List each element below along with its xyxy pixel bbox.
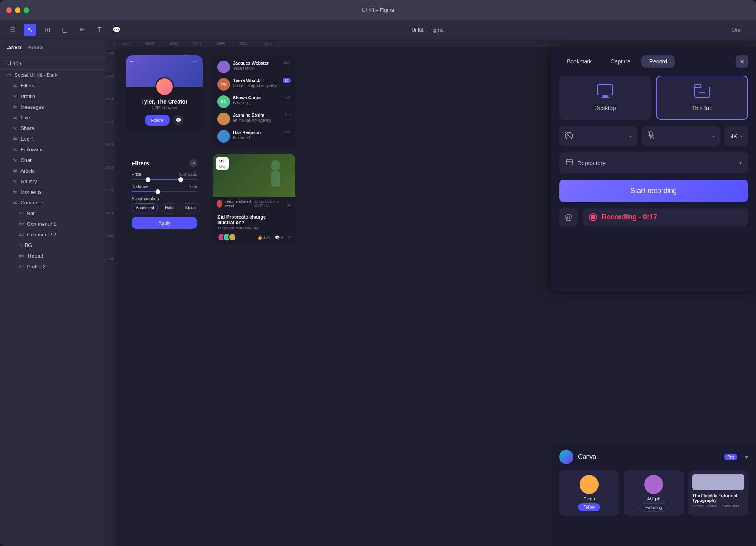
msg-header: Jacques Webster 11:A: [233, 61, 291, 65]
traffic-light-red[interactable]: [6, 7, 12, 13]
follow-button[interactable]: Follow: [145, 115, 170, 126]
window-title: Ui Kit – Figma: [362, 7, 394, 13]
canva-chevron-icon[interactable]: ▾: [745, 453, 748, 461]
sidebar-item-share[interactable]: ## Share: [0, 123, 106, 134]
sidebar-item-label: Profile: [20, 93, 35, 99]
slider-thumb[interactable]: [156, 189, 160, 194]
sidebar-item-label: Moments: [20, 189, 41, 195]
sidebar-item-bg[interactable]: □ BG: [0, 240, 106, 251]
message-button[interactable]: 💬: [173, 115, 184, 126]
layer-icon: ##: [13, 169, 17, 173]
sharer-avatar: [217, 200, 222, 208]
sidebar-tab-assets[interactable]: Assets: [28, 44, 43, 52]
sidebar-item-article[interactable]: ## Article: [0, 165, 106, 176]
tab-bookmark[interactable]: Bookmark: [559, 55, 600, 68]
sidebar-item-comment1[interactable]: ## Comment / 1: [0, 219, 106, 229]
traffic-light-yellow[interactable]: [15, 7, 20, 13]
sidebar-item-bar[interactable]: ## Bar: [0, 208, 106, 219]
price-label: Price $50-$125: [132, 172, 197, 176]
accomodation-filter: Accomodation Apartment Hotel Studio: [132, 196, 197, 212]
sidebar-item-profile2[interactable]: ## Profile 2: [0, 261, 106, 272]
sidebar-item-followers[interactable]: ## Followers: [0, 144, 106, 155]
mic-select[interactable]: ▾: [642, 126, 720, 146]
msg-header: Han Keepson 28 fe: [233, 130, 291, 135]
traffic-light-green[interactable]: [24, 7, 29, 13]
event-body: Did Procreate change illustration? 12 Ap…: [213, 210, 295, 245]
delete-recording-button[interactable]: [559, 208, 578, 227]
back-icon[interactable]: ←: [129, 58, 135, 65]
share-icon[interactable]: ↗: [287, 235, 291, 240]
ruler-mark: -2600: [209, 41, 232, 45]
sidebar-item-gallery[interactable]: ## Gallery: [0, 176, 106, 187]
canva-pro-badge: Pro: [724, 454, 737, 460]
message-item: SC Shawn Carter We Is typing...: [213, 93, 295, 110]
sidebar-item-label: Followers: [20, 147, 43, 152]
article-thumbnail: [692, 474, 744, 490]
text-tool[interactable]: T: [93, 24, 106, 36]
ruler-mark: -2500: [232, 41, 256, 45]
kit-selector[interactable]: UI Kit ▾: [0, 58, 106, 70]
resolution-select[interactable]: 4K ▾: [725, 126, 748, 146]
accomodation-label-text: Accomodation: [132, 196, 159, 201]
canvas-area: -3000 -2900 -2800 -2700 -2600 -2500 -240…: [106, 39, 756, 546]
distance-slider[interactable]: [132, 191, 197, 192]
event-subtitle: 12 April 2019 at 10:47 AM: [217, 226, 291, 230]
sidebar-item-filters[interactable]: ## Filters: [0, 80, 106, 91]
follow-button[interactable]: Follow: [578, 503, 600, 511]
slider-thumb-left[interactable]: [146, 177, 150, 182]
svg-rect-2: [598, 85, 613, 95]
layer-icon: ##: [13, 147, 17, 152]
source-desktop[interactable]: Desktop: [559, 76, 651, 120]
sidebar-item-label: Share: [20, 125, 34, 131]
dropdown-arrow-icon: ▾: [739, 160, 742, 166]
chip-studio[interactable]: Studio: [181, 203, 201, 212]
menu-icon[interactable]: ☰: [6, 24, 19, 36]
sidebar-item-chat[interactable]: ## Chat: [0, 155, 106, 165]
chip-apartment[interactable]: Apartment: [132, 203, 158, 212]
sidebar-item-moments[interactable]: ## Moments: [0, 187, 106, 197]
source-this-tab[interactable]: This tab: [656, 76, 748, 120]
canva-grid: Glenn Follow Abigail Following The Flexi…: [559, 470, 748, 516]
select-tool[interactable]: ↖: [24, 24, 36, 36]
sidebar-item-comment2[interactable]: ## Comment / 2: [0, 229, 106, 240]
canva-panel: Canva Pro ▾ Glenn Follow Abigail: [551, 444, 756, 546]
sidebar-item-profile[interactable]: ## Profile: [0, 91, 106, 102]
sidebar-item-live[interactable]: ## Live: [0, 112, 106, 123]
menu-dots-icon[interactable]: ···: [193, 58, 200, 65]
sidebar-item-label: Comment: [20, 200, 43, 206]
source-options: Desktop: [559, 76, 748, 120]
sidebar-tab-layers[interactable]: Layers: [6, 44, 22, 52]
sidebar-item-label: Bar: [27, 210, 35, 216]
filters-title: Filters ✕: [132, 159, 197, 167]
person-name: Abigail: [624, 496, 684, 501]
price-slider[interactable]: [132, 179, 197, 180]
start-recording-button[interactable]: Start recording: [559, 180, 748, 202]
sidebar-item-comment[interactable]: ## Comment: [0, 197, 106, 208]
tab-record[interactable]: Record: [641, 55, 675, 68]
recording-indicator: Recording - 0:17: [583, 208, 748, 226]
msg-name: Han Keepson: [233, 130, 261, 135]
following-button[interactable]: Following: [639, 503, 668, 512]
sidebar-item-label: BG: [25, 242, 32, 248]
filters-title-text: Filters: [132, 160, 149, 167]
sidebar-item-event[interactable]: ## Event: [0, 134, 106, 144]
title-bar: Ui Kit – Figma: [0, 0, 756, 20]
apply-button[interactable]: Apply: [132, 217, 197, 229]
chip-hotel[interactable]: Hotel: [161, 203, 178, 212]
comment-tool[interactable]: 💬: [110, 24, 123, 36]
tab-capture[interactable]: Capture: [603, 55, 638, 68]
frame-tool[interactable]: ⊞: [41, 24, 54, 36]
camera-select[interactable]: ▾: [559, 126, 637, 146]
panel-close-button[interactable]: ✕: [736, 55, 748, 68]
sidebar-item-messages[interactable]: ## Messages: [0, 102, 106, 112]
repository-row[interactable]: Repository ▾: [559, 152, 748, 173]
vector-tool[interactable]: ✏: [76, 24, 88, 36]
rect-tool[interactable]: ▢: [58, 24, 71, 36]
sidebar-item-social-ui-kit[interactable]: ## Social UI Kit - Dark: [0, 70, 106, 80]
sidebar-item-thread[interactable]: ## Thread: [0, 251, 106, 261]
dropdown-arrow-icon: ▾: [712, 134, 715, 139]
canva-person-card: Abigail Following: [624, 470, 684, 516]
filters-close-button[interactable]: ✕: [189, 159, 197, 167]
slider-thumb-right[interactable]: [178, 177, 183, 182]
event-chevron-icon[interactable]: ⌄: [286, 200, 291, 208]
